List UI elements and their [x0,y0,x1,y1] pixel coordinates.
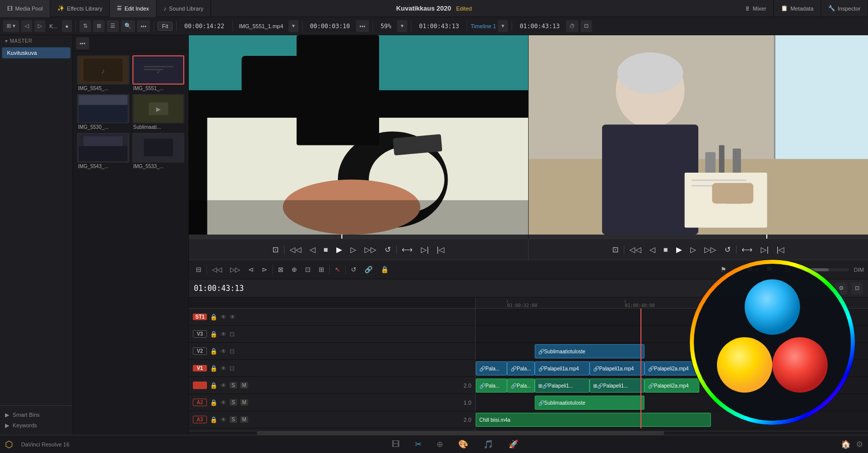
timecode-action-btn[interactable]: ⏱ [566,20,578,32]
clip-a1-1[interactable]: 🔗 Pala... [476,379,507,393]
lock-icon-a1[interactable]: 🔒 [210,382,218,389]
clip-v1-2[interactable]: 🔗 Pala... [507,361,535,375]
clip-v2-sublimaatio[interactable]: 🔗 Sublimaatiotuloste [535,344,644,358]
source-match-btn[interactable]: ⟷ [399,243,416,256]
source-rewind-btn[interactable]: ◁ [307,243,319,256]
tl-settings-btn[interactable]: ⚙ [835,282,847,294]
keywords-item[interactable]: ▶ Keywords [5,420,67,431]
prog-mark-btn[interactable]: ▷| [758,243,772,256]
nav-edit-index[interactable]: ☰ Edit Index [110,0,157,17]
lock-icon-a2[interactable]: 🔒 [210,399,218,406]
dot-btn[interactable]: ● [62,20,73,32]
source-ff-btn[interactable]: ▷ [347,243,359,256]
nav-sound-library[interactable]: ♪ Sound Library [157,0,211,17]
fit-btn[interactable]: Fit [158,22,173,31]
media-thumb-6[interactable]: IMG_5533_... [132,133,185,169]
deliver-bottom-icon[interactable]: 🚀 [509,439,519,449]
select-tool-btn[interactable]: ↖ [332,264,343,275]
nav-inspector[interactable]: 🔧 Inspector [821,0,868,17]
eye-icon-a3[interactable]: 👁 [221,416,227,423]
clip-v1-5[interactable]: 🔗 Palapeli2a.mp4 [644,361,699,375]
home-bottom-icon[interactable]: 🏠 [841,439,851,449]
eye-icon-v2[interactable]: 👁 [221,348,227,355]
source-play-btn[interactable]: ▶ [333,243,345,256]
clip-a1-3[interactable]: ⊞ 🔗 Palapeli1... [535,379,590,393]
zoom-slider[interactable] [799,268,849,271]
nav-metadata[interactable]: 📋 Metadata [774,0,821,17]
prog-end-btn[interactable]: |◁ [774,243,788,256]
eye-icon-v1[interactable]: 👁 [221,365,227,372]
zoom-fit-tl-btn[interactable]: ⊡ [782,264,793,275]
nav-mixer[interactable]: 🎚 Mixer [738,0,774,17]
prog-match-btn[interactable]: ⟷ [739,243,756,256]
replace-btn[interactable]: ⊡ [302,264,314,275]
prog-layout-btn[interactable]: ⊡ [609,243,622,256]
tl-snap-btn[interactable]: ⊡ [851,282,863,294]
prog-next-btn[interactable]: ▷▷ [701,243,719,256]
mute-icon-a1[interactable]: M [240,382,248,389]
source-next-btn[interactable]: ▷▷ [361,243,380,256]
fwd-edit-btn[interactable]: ▷▷ [227,264,243,275]
source-mark-btn[interactable]: ▷| [418,243,432,256]
clip-a1-4[interactable]: ⊞ 🔗 Palapeli1... [590,379,644,393]
link-btn[interactable]: 🔗 [361,264,376,275]
prog-rewind-btn[interactable]: ◁ [646,243,659,256]
grid-view-btn[interactable]: ⊞ [93,20,105,32]
media-more-btn[interactable]: ••• [76,37,89,49]
lock-btn[interactable]: 🔒 [378,264,392,275]
clip-v1-1[interactable]: 🔗 Pala... [476,361,507,375]
eye-icon-a2[interactable]: 👁 [221,399,227,406]
more-btn[interactable]: ••• [137,20,150,32]
back-edit-btn[interactable]: ◁◁ [209,264,225,275]
media-thumb-3[interactable]: IMG_5530_... [77,94,129,130]
fit-fill-btn[interactable]: ⊞ [316,264,327,275]
ripple-out-btn[interactable]: ⊳ [259,264,270,275]
prog-ff-btn[interactable]: ▷ [687,243,699,256]
clip-a1-2[interactable]: 🔗 Pala... [507,379,535,393]
forward-btn[interactable]: ▷ [34,20,45,32]
media-pool-bottom-icon[interactable]: 🎞 [392,440,400,449]
ripple-in-btn[interactable]: ⊲ [245,264,257,275]
source-end-btn[interactable]: |◁ [434,243,448,256]
list-view-btn[interactable]: ☰ [107,20,119,32]
flag-btn[interactable]: ⚑ [717,264,730,275]
clip-a1-5[interactable]: 🔗 Palapeli2a.mp4 [644,379,699,393]
lock-icon-v3[interactable]: 🔒 [210,331,218,338]
media-thumb-1[interactable]: ♪ IMG_5545_... [77,55,129,91]
clip-a3-chill[interactable]: Chill biisi.m4a [476,413,711,427]
eye-icon-a1[interactable]: 👁 [221,382,227,389]
mute-icon-a3[interactable]: M [240,416,248,423]
eye-icon-v3[interactable]: 👁 [221,331,227,338]
clip-v1-4[interactable]: 🔗 Palapeli1a.mp4 [590,361,644,375]
insert-btn[interactable]: ⊕ [288,264,300,275]
prog-prev-btn[interactable]: ◁◁ [626,243,644,256]
monitor-icon-v3[interactable]: ⊡ [230,331,235,338]
zoom-dropdown-btn[interactable]: ▾ [397,20,407,32]
lock-icon-a3[interactable]: 🔒 [210,416,218,423]
edit-bottom-icon[interactable]: ✂ [415,439,421,449]
monitor-icon-v2[interactable]: ⊡ [230,348,235,355]
zoom-out-tl-btn[interactable]: 🔍- [763,264,779,275]
prog-stop-btn[interactable]: ■ [661,243,671,256]
monitor-icon-st1[interactable]: 👁 [230,314,236,321]
nav-effects-library[interactable]: ✨ Effects Library [50,0,110,17]
prog-play-btn[interactable]: ▶ [673,243,685,256]
lock-icon-v1[interactable]: 🔒 [210,365,218,372]
overwrite-btn[interactable]: ⊠ [275,264,286,275]
solo-icon-a1[interactable]: S [230,382,237,389]
source-loop-btn[interactable]: ↺ [382,243,394,256]
screen-btn[interactable]: ⊟ [193,264,204,275]
sidebar-item-bin[interactable]: Kuvituskuva [2,47,70,58]
scrollbar-thumb[interactable] [257,431,664,435]
settings-bottom-icon[interactable]: ⚙ [856,439,863,449]
source-stop-btn[interactable]: ■ [321,243,331,256]
solo-icon-a3[interactable]: S [230,416,237,423]
timeline-scrollbar[interactable] [189,431,868,435]
smart-bins-item[interactable]: ▶ Smart Bins [5,410,67,420]
eye-icon-st1[interactable]: 👁 [221,314,227,321]
fairlight-bottom-icon[interactable]: 🎵 [483,439,493,449]
lock-icon-st1[interactable]: 🔒 [210,314,218,321]
window-btn[interactable]: ⊡ [581,20,592,32]
mute-icon-a2[interactable]: M [240,399,248,406]
solo-icon-a2[interactable]: S [230,399,237,406]
